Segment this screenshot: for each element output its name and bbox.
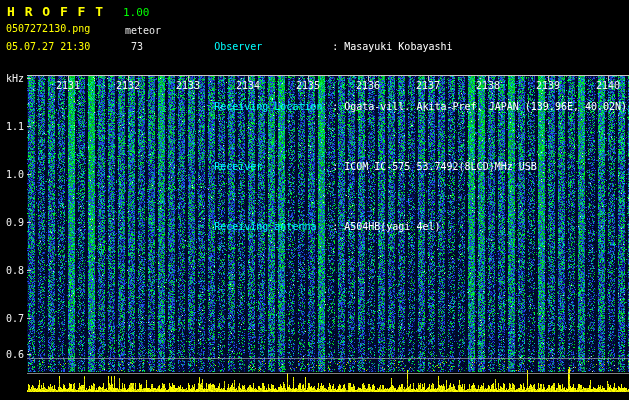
- info-label: Receiver: [214, 161, 332, 173]
- observation-datetime: 05.07.27 21:30: [6, 41, 90, 52]
- info-value: : Ogata-vill. Akita-Pref. JAPAN (139.96E…: [332, 101, 627, 112]
- x-tick-label: 2140: [595, 80, 621, 91]
- x-tick-label: 2132: [115, 80, 141, 91]
- x-tick-label: 2138: [475, 80, 501, 91]
- y-axis-unit: kHz: [0, 73, 24, 84]
- y-tick-label: 0.9: [0, 217, 24, 228]
- app-version: 1.00: [123, 6, 150, 19]
- station-info: Observer: Masayuki Kobayashi Receiving L…: [178, 5, 627, 269]
- info-row-receiver: Receiver: ICOM IC-575 53.7492(8LCD)MHz U…: [178, 149, 627, 185]
- x-tick-label: 2131: [55, 80, 81, 91]
- y-tick-label: 1.1: [0, 121, 24, 132]
- info-value: : A504HB(yagi 4el): [332, 221, 440, 232]
- y-tick-label: 0.8: [0, 265, 24, 276]
- output-filename: 0507272130.png: [6, 23, 90, 34]
- mode-label: meteor: [125, 25, 161, 36]
- info-value: : ICOM IC-575 53.7492(8LCD)MHz USB: [332, 161, 537, 172]
- y-tick-label: 0.6: [0, 349, 24, 360]
- x-tick-label: 2136: [355, 80, 381, 91]
- info-value: : Masayuki Kobayashi: [332, 41, 452, 52]
- info-row-location: Receiving Location: Ogata-vill. Akita-Pr…: [178, 89, 627, 125]
- y-tick-label: 1.0: [0, 169, 24, 180]
- x-tick-label: 2139: [535, 80, 561, 91]
- info-row-observer: Observer: Masayuki Kobayashi: [178, 29, 627, 65]
- x-tick-label: 2137: [415, 80, 441, 91]
- x-tick-label: 2135: [295, 80, 321, 91]
- info-label: Receiving Location: [214, 101, 332, 113]
- app-title: H R O F F T: [7, 4, 104, 19]
- x-tick-label: 2134: [235, 80, 261, 91]
- hrofft-window: H R O F F T 1.00 0507272130.png meteor 0…: [0, 0, 629, 400]
- y-tick-label: 0.7: [0, 313, 24, 324]
- info-label: Receiving antenna: [214, 221, 332, 233]
- meteor-count: 73: [131, 41, 143, 52]
- x-tick-label: 2133: [175, 80, 201, 91]
- info-label: Observer: [214, 41, 332, 53]
- info-row-antenna: Receiving antenna: A504HB(yagi 4el): [178, 209, 627, 245]
